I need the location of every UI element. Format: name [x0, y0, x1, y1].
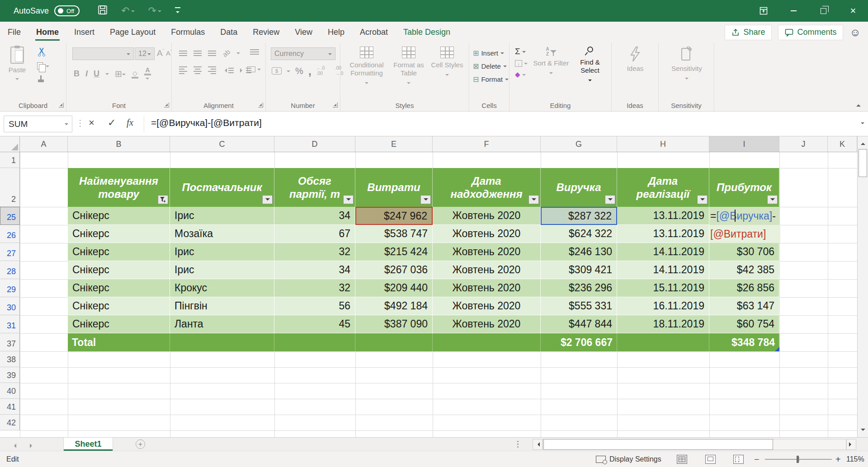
view-page-break-button[interactable] [733, 451, 744, 467]
sheet-tab-sheet1[interactable]: Sheet1 [63, 438, 113, 451]
collapse-ribbon-button[interactable] [856, 100, 861, 108]
format-cells-button[interactable]: ⊟Format [473, 73, 509, 86]
column-header-F[interactable]: F [433, 136, 541, 152]
cell-F30[interactable]: Жовтень 2020 [433, 297, 541, 315]
row-header-39[interactable]: 39 [0, 367, 20, 383]
vertical-scrollbar[interactable] [857, 136, 868, 437]
align-middle-button[interactable] [193, 51, 202, 56]
cell-H30[interactable]: 16.11.2019 [617, 297, 709, 315]
cell-C25[interactable]: Ірис [170, 207, 274, 225]
table-header-name[interactable]: Найменування товару [68, 168, 170, 207]
column-header-I[interactable]: I [709, 136, 779, 152]
cell-H31[interactable]: 18.11.2019 [617, 315, 709, 333]
row-header-27[interactable]: 27 [0, 243, 20, 261]
cell-F37[interactable] [433, 333, 541, 351]
horizontal-scroll-thumb[interactable] [543, 439, 773, 450]
percent-style-button[interactable]: % [295, 66, 303, 76]
cell-H28[interactable]: 14.11.2019 [617, 261, 709, 279]
filter-button-volume[interactable] [343, 195, 354, 204]
column-header-E[interactable]: E [355, 136, 433, 152]
cell-E31[interactable]: $387 090 [355, 315, 433, 333]
scroll-up-button[interactable] [858, 137, 868, 148]
filter-button-supplier[interactable] [262, 195, 273, 204]
number-dialog-launcher[interactable] [333, 103, 338, 107]
ribbon-display-options-button[interactable] [749, 0, 778, 22]
cell-C26[interactable]: Мозаїка [170, 225, 274, 243]
zoom-in-button[interactable]: + [835, 451, 841, 467]
merge-center-button[interactable] [247, 66, 261, 72]
paste-button[interactable]: Paste [5, 47, 29, 97]
cell-G25[interactable]: $287 322 [541, 207, 617, 225]
format-painter-button[interactable] [37, 75, 45, 84]
zoom-slider[interactable] [765, 451, 832, 467]
decrease-indent-button[interactable] [222, 68, 234, 73]
cancel-formula-button[interactable]: × [89, 117, 94, 129]
cell-E30[interactable]: $492 184 [355, 297, 433, 315]
wrap-text-button[interactable] [250, 49, 259, 55]
align-top-button[interactable] [179, 51, 187, 56]
select-all-corner[interactable] [0, 136, 20, 152]
table-header-supplier[interactable]: Постачальник [170, 168, 274, 207]
number-format-combo[interactable]: Currency [271, 47, 335, 60]
cell-E37[interactable] [355, 333, 433, 351]
accounting-format-button[interactable]: $ [272, 67, 282, 75]
autosum-button[interactable]: Σ [515, 47, 528, 56]
cell-H25[interactable]: 13.11.2019 [617, 207, 709, 225]
scroll-down-button[interactable] [858, 425, 868, 436]
cell-D37[interactable] [274, 333, 355, 351]
row-header-42[interactable]: 42 [0, 415, 20, 430]
clipboard-dialog-launcher[interactable] [59, 103, 64, 107]
row-header-26[interactable]: 26 [0, 225, 20, 243]
alignment-dialog-launcher[interactable] [258, 103, 263, 107]
fill-button[interactable]: ↓ [515, 60, 528, 67]
find-select-button[interactable]: Find & Select [572, 47, 608, 83]
cell-B29[interactable]: Снікерс [68, 279, 170, 297]
share-button[interactable]: Share [725, 25, 772, 40]
cell-G29[interactable]: $236 296 [541, 279, 617, 297]
cell-G30[interactable]: $555 331 [541, 297, 617, 315]
column-header-A[interactable]: A [20, 136, 68, 152]
display-settings-button[interactable]: Display Settings [596, 451, 661, 467]
cell-H37[interactable] [617, 333, 709, 351]
grow-font-button[interactable]: Aˆ [157, 48, 164, 58]
zoom-out-button[interactable]: − [754, 451, 760, 467]
align-right-button[interactable] [208, 66, 216, 74]
column-header-J[interactable]: J [779, 136, 828, 152]
cell-F27[interactable]: Жовтень 2020 [433, 243, 541, 261]
cell-D28[interactable]: 34 [274, 261, 355, 279]
customize-qat-button[interactable] [175, 7, 180, 15]
clear-button[interactable]: ◆ [515, 70, 528, 79]
cell-G37[interactable]: $2 706 667 [541, 333, 617, 351]
cell-I31[interactable]: $60 754 [709, 315, 779, 333]
cell-B25[interactable]: Снікерс [68, 207, 170, 225]
formula-input[interactable]: =[@Виручка]-[@Витрати] [151, 117, 262, 128]
cell-styles-button[interactable]: Cell Styles [430, 47, 464, 78]
view-page-layout-button[interactable] [705, 451, 716, 467]
table-header-date_out[interactable]: Дата реалізації [617, 168, 709, 207]
cell-I29[interactable]: $26 856 [709, 279, 779, 297]
font-dialog-launcher[interactable] [164, 103, 169, 107]
comma-style-button[interactable]: , [308, 69, 311, 73]
shrink-font-button[interactable]: Aˇ [166, 49, 172, 57]
filter-button-profit[interactable] [767, 195, 778, 204]
cell-F31[interactable]: Жовтень 2020 [433, 315, 541, 333]
increase-decimal-button[interactable]: ←.0 .00 [316, 65, 330, 76]
cell-G31[interactable]: $447 844 [541, 315, 617, 333]
filter-button-date_in[interactable] [528, 195, 539, 204]
row-header-25[interactable]: 25 [0, 207, 20, 225]
vertical-scroll-thumb[interactable] [859, 149, 867, 177]
name-box[interactable]: SUM [4, 116, 72, 132]
in-cell-editor-line1[interactable]: =[@Виручка]- [709, 207, 779, 225]
filter-button-date_out[interactable] [697, 195, 708, 204]
close-button[interactable]: × [838, 0, 868, 22]
prev-sheet-button[interactable] [12, 442, 16, 450]
tab-page-layout[interactable]: Page Layout [102, 22, 163, 43]
font-name-combo[interactable] [72, 47, 134, 60]
sensitivity-button[interactable]: Sensitivity [669, 47, 705, 81]
font-size-combo[interactable]: 12 [135, 47, 155, 60]
cell-B31[interactable]: Снікерс [68, 315, 170, 333]
table-header-cost[interactable]: Витрати [355, 168, 433, 207]
underline-button[interactable]: U [94, 69, 99, 79]
save-button[interactable] [98, 5, 108, 17]
cell-D29[interactable]: 32 [274, 279, 355, 297]
